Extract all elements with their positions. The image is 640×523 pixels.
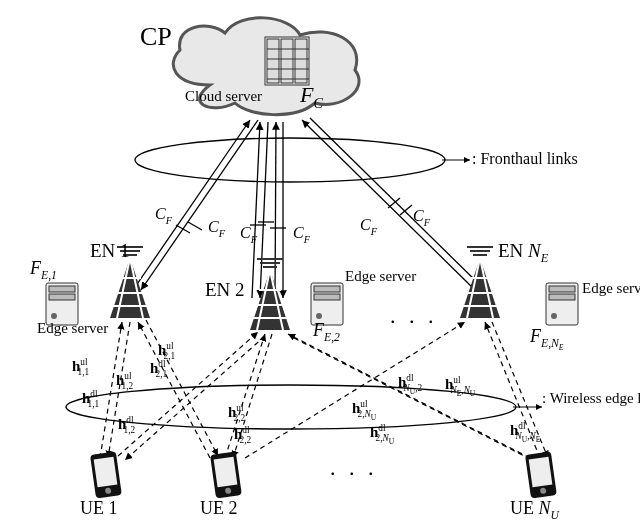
svg-point-52: [51, 313, 57, 319]
svg-line-18: [275, 122, 276, 298]
h-NE-NU-ul: hulNE,NU: [445, 376, 485, 394]
h-2-2-ul: hul2,2: [228, 404, 255, 421]
h-2-NU-ul: hul2,NU: [352, 400, 386, 418]
FE2: FE,2: [313, 320, 340, 341]
h-2-NU-dl: hdl2,NU: [370, 424, 404, 442]
svg-line-12: [176, 225, 190, 233]
svg-rect-50: [49, 286, 75, 292]
enN-name: EN NE: [498, 240, 548, 262]
antenna-icon: [110, 247, 500, 330]
svg-rect-1: [267, 39, 279, 83]
svg-line-24: [400, 205, 412, 215]
title-cp: CP: [140, 22, 172, 52]
svg-rect-41: [94, 457, 118, 488]
svg-rect-3: [295, 39, 307, 83]
h-2-2-dl: hdl2,2: [234, 426, 261, 443]
svg-rect-51: [49, 294, 75, 300]
cf-5: CF: [360, 216, 377, 234]
svg-rect-58: [549, 286, 575, 292]
svg-line-23: [388, 198, 400, 208]
svg-line-36: [294, 338, 536, 462]
svg-point-56: [316, 313, 322, 319]
svg-line-15: [260, 122, 268, 298]
cloud-cap: FC: [300, 82, 323, 108]
en2-name: EN 2: [205, 279, 245, 301]
h-2-1-ul: hul2,1: [158, 342, 185, 359]
cloud-server-label: Cloud server: [185, 88, 262, 105]
svg-point-60: [551, 313, 557, 319]
FENe: FE,NE: [530, 326, 564, 347]
svg-rect-44: [214, 457, 238, 488]
phone-icon: [90, 451, 557, 498]
en1-name: EN 1: [90, 240, 130, 262]
dots-ue: . . .: [330, 455, 378, 481]
svg-rect-2: [281, 39, 293, 83]
cf-3: CF: [240, 224, 257, 242]
svg-line-14: [252, 122, 260, 298]
ue1-name: UE 1: [80, 498, 118, 519]
svg-line-21: [302, 120, 475, 290]
svg-line-30: [146, 320, 218, 456]
edge-server-1-label: Edge server: [37, 320, 81, 337]
ue2-name: UE 2: [200, 498, 238, 519]
h-NU-NE-dl: hdlNU,NE: [510, 422, 550, 440]
cf-6: CF: [413, 207, 430, 225]
ueN-name: UE NU: [510, 498, 559, 519]
dots-en: . . .: [390, 303, 438, 329]
svg-line-10: [133, 120, 250, 290]
svg-line-35: [288, 334, 530, 458]
svg-rect-59: [549, 294, 575, 300]
svg-rect-54: [314, 286, 340, 292]
h-1-1-dl: hdl1,1: [82, 390, 109, 407]
h-2-1-dl: hdl2,1: [150, 360, 177, 377]
FE1: FE,1: [30, 258, 57, 279]
fronthaul-caption: : Fronthaul links: [472, 150, 578, 168]
cf-2: CF: [208, 218, 225, 236]
h-1-2-dl: hdl1,2: [118, 416, 145, 433]
svg-rect-47: [529, 457, 553, 488]
edge-server-2-label: Edge server: [345, 268, 395, 285]
cf-4: CF: [293, 224, 310, 242]
h-1-2-ul: hul1,2: [116, 372, 143, 389]
h-NU-2-dl: hdlNU,2: [398, 374, 432, 392]
svg-rect-55: [314, 294, 340, 300]
svg-point-8: [135, 138, 445, 182]
svg-line-13: [188, 222, 202, 230]
h-1-1-ul: hul1,1: [72, 358, 99, 375]
edge-server-N-label: Edge server: [582, 280, 632, 297]
wireless-caption: : Wireless edge links: [542, 390, 622, 407]
cf-1: CF: [155, 205, 172, 223]
